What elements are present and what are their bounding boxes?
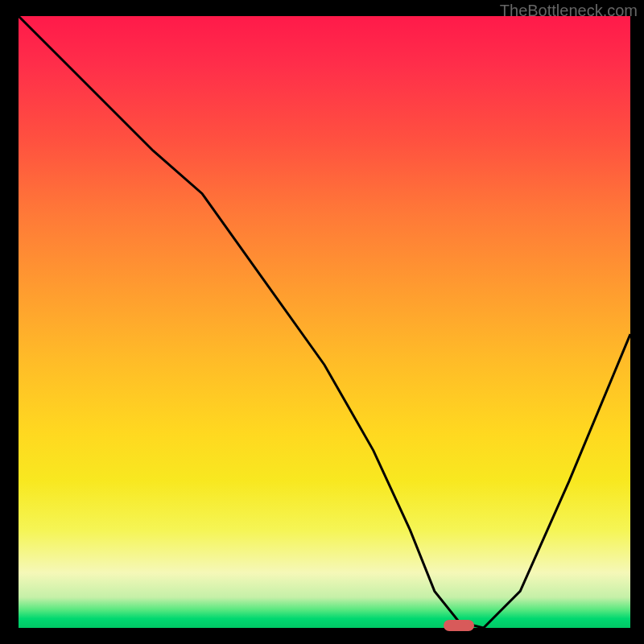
- bottleneck-curve: [19, 16, 630, 628]
- plot-area: [16, 16, 630, 630]
- optimal-marker: [444, 620, 474, 631]
- chart-container: TheBottleneck.com: [0, 0, 644, 644]
- curve-svg: [19, 16, 630, 628]
